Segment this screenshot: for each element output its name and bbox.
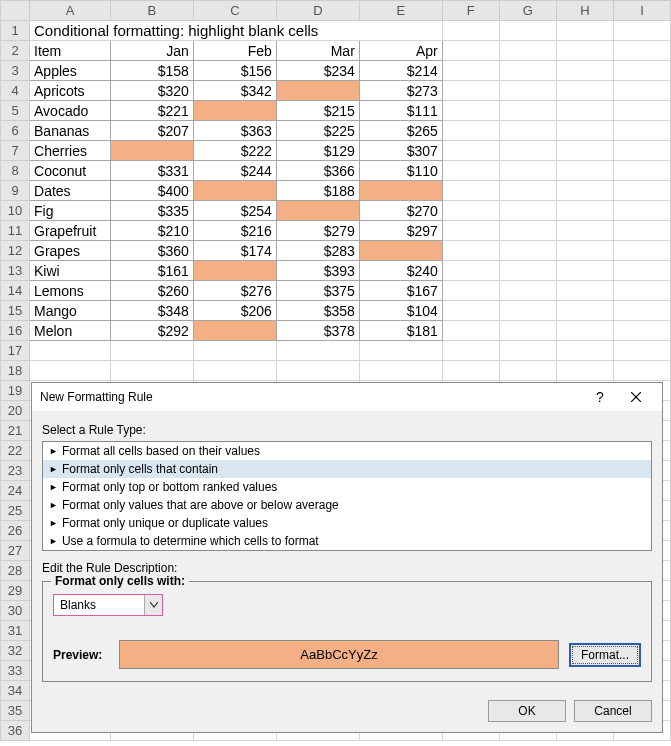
item-name[interactable]: Kiwi <box>30 261 111 281</box>
cell[interactable] <box>359 361 442 381</box>
cell[interactable] <box>499 201 556 221</box>
header-jan[interactable]: Jan <box>110 41 193 61</box>
row-header[interactable]: 8 <box>1 161 30 181</box>
item-name[interactable]: Fig <box>30 201 111 221</box>
value-cell[interactable]: $225 <box>276 121 359 141</box>
cell[interactable] <box>613 261 670 281</box>
row-header[interactable]: 17 <box>1 341 30 361</box>
col-header-F[interactable]: F <box>442 1 499 21</box>
cell[interactable] <box>556 341 613 361</box>
value-cell[interactable] <box>359 241 442 261</box>
row-header[interactable]: 15 <box>1 301 30 321</box>
row-header[interactable]: 23 <box>1 461 30 481</box>
format-button[interactable]: Format... <box>569 643 641 667</box>
cell[interactable] <box>613 201 670 221</box>
cell[interactable] <box>556 61 613 81</box>
cell[interactable] <box>556 361 613 381</box>
row-header[interactable]: 32 <box>1 641 30 661</box>
cell[interactable] <box>613 221 670 241</box>
value-cell[interactable]: $206 <box>193 301 276 321</box>
value-cell[interactable] <box>110 141 193 161</box>
dropdown-button[interactable] <box>144 595 162 615</box>
cell[interactable] <box>499 61 556 81</box>
item-name[interactable]: Cherries <box>30 141 111 161</box>
cell[interactable] <box>442 221 499 241</box>
value-cell[interactable]: $129 <box>276 141 359 161</box>
cell[interactable] <box>613 281 670 301</box>
rule-type-item[interactable]: ►Format only unique or duplicate values <box>43 514 651 532</box>
value-cell[interactable]: $270 <box>359 201 442 221</box>
value-cell[interactable]: $215 <box>276 101 359 121</box>
cell[interactable] <box>613 21 670 41</box>
cell[interactable] <box>556 321 613 341</box>
value-cell[interactable]: $358 <box>276 301 359 321</box>
cell[interactable] <box>442 61 499 81</box>
row-header[interactable]: 19 <box>1 381 30 401</box>
row-header[interactable]: 33 <box>1 661 30 681</box>
value-cell[interactable]: $400 <box>110 181 193 201</box>
close-button[interactable] <box>618 389 654 405</box>
cell[interactable] <box>499 141 556 161</box>
col-header-H[interactable]: H <box>556 1 613 21</box>
value-cell[interactable]: $240 <box>359 261 442 281</box>
rule-type-item[interactable]: ►Format only cells that contain <box>43 460 651 478</box>
cell[interactable] <box>499 161 556 181</box>
rule-type-item[interactable]: ►Format only top or bottom ranked values <box>43 478 651 496</box>
value-cell[interactable]: $181 <box>359 321 442 341</box>
row-header[interactable]: 36 <box>1 721 30 741</box>
value-cell[interactable]: $273 <box>359 81 442 101</box>
header-item[interactable]: Item <box>30 41 111 61</box>
row-header[interactable]: 1 <box>1 21 30 41</box>
item-name[interactable]: Lemons <box>30 281 111 301</box>
value-cell[interactable]: $360 <box>110 241 193 261</box>
value-cell[interactable]: $276 <box>193 281 276 301</box>
row-header[interactable]: 26 <box>1 521 30 541</box>
cell[interactable] <box>556 81 613 101</box>
cell[interactable] <box>499 221 556 241</box>
row-header[interactable]: 28 <box>1 561 30 581</box>
row-header[interactable]: 3 <box>1 61 30 81</box>
cell[interactable] <box>613 301 670 321</box>
cell[interactable] <box>613 141 670 161</box>
cell[interactable] <box>499 101 556 121</box>
row-header[interactable]: 27 <box>1 541 30 561</box>
cell[interactable] <box>613 241 670 261</box>
cell[interactable] <box>556 161 613 181</box>
page-title[interactable]: Conditional formatting: highlight blank … <box>30 21 443 41</box>
value-cell[interactable]: $366 <box>276 161 359 181</box>
row-header[interactable]: 34 <box>1 681 30 701</box>
row-header[interactable]: 5 <box>1 101 30 121</box>
value-cell[interactable]: $158 <box>110 61 193 81</box>
value-cell[interactable]: $283 <box>276 241 359 261</box>
header-feb[interactable]: Feb <box>193 41 276 61</box>
cancel-button[interactable]: Cancel <box>574 700 652 722</box>
item-name[interactable]: Apples <box>30 61 111 81</box>
value-cell[interactable]: $279 <box>276 221 359 241</box>
cell[interactable] <box>556 141 613 161</box>
row-header[interactable]: 24 <box>1 481 30 501</box>
col-header-I[interactable]: I <box>613 1 670 21</box>
cell[interactable] <box>442 301 499 321</box>
cell[interactable] <box>110 361 193 381</box>
value-cell[interactable] <box>276 201 359 221</box>
value-cell[interactable]: $214 <box>359 61 442 81</box>
item-name[interactable]: Mango <box>30 301 111 321</box>
cell[interactable] <box>499 301 556 321</box>
cell[interactable] <box>613 361 670 381</box>
row-header[interactable]: 20 <box>1 401 30 421</box>
col-header-C[interactable]: C <box>193 1 276 21</box>
cell[interactable] <box>613 81 670 101</box>
cell[interactable] <box>193 341 276 361</box>
cell[interactable] <box>442 361 499 381</box>
item-name[interactable]: Grapes <box>30 241 111 261</box>
item-name[interactable]: Avocado <box>30 101 111 121</box>
cell[interactable] <box>442 341 499 361</box>
cell[interactable] <box>499 121 556 141</box>
header-mar[interactable]: Mar <box>276 41 359 61</box>
cell[interactable] <box>613 341 670 361</box>
row-header[interactable]: 22 <box>1 441 30 461</box>
cell[interactable] <box>359 341 442 361</box>
cell[interactable] <box>442 181 499 201</box>
value-cell[interactable]: $348 <box>110 301 193 321</box>
value-cell[interactable]: $210 <box>110 221 193 241</box>
